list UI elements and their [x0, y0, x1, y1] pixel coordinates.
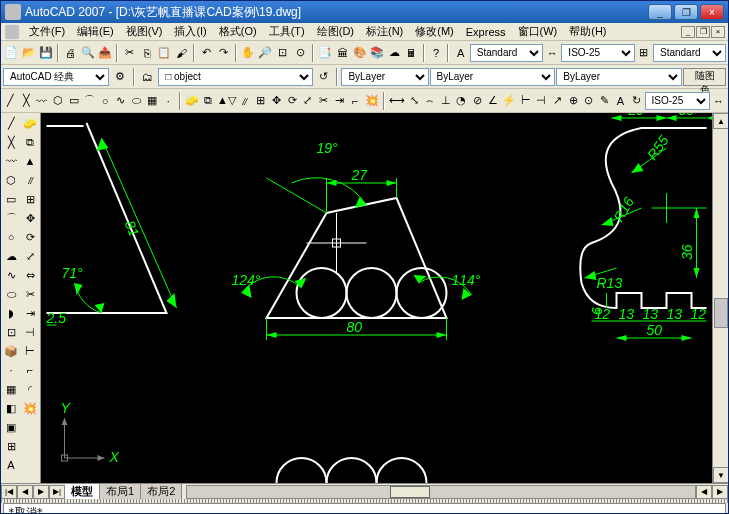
layer-dropdown[interactable]: □ object: [158, 68, 313, 86]
menu-tools[interactable]: 工具(T): [263, 23, 311, 40]
print-icon[interactable]: 🖨: [62, 43, 78, 63]
menu-view[interactable]: 视图(V): [120, 23, 169, 40]
toolpalette-icon[interactable]: 🎨: [351, 43, 367, 63]
menu-edit[interactable]: 编辑(E): [71, 23, 120, 40]
arc-tool-icon[interactable]: ⌒: [2, 209, 20, 227]
trim-icon[interactable]: ✂: [316, 91, 331, 111]
dim-leader-icon[interactable]: ↗: [550, 91, 565, 111]
cut-icon[interactable]: ✂: [121, 43, 137, 63]
xline-tool-icon[interactable]: ╳: [2, 133, 20, 151]
stretch-tool-icon[interactable]: ⇔: [21, 266, 39, 284]
bycolor-button[interactable]: 随图色: [683, 68, 726, 86]
point-tool-icon[interactable]: ·: [2, 361, 20, 379]
dim-aligned-icon[interactable]: ⤡: [407, 91, 422, 111]
menu-file[interactable]: 文件(F): [23, 23, 71, 40]
drawing-canvas[interactable]: 81 71° 2.5: [41, 113, 712, 483]
zoom-rt-icon[interactable]: 🔎: [257, 43, 273, 63]
arc-icon[interactable]: ⌒: [82, 91, 97, 111]
pan-icon[interactable]: ✋: [240, 43, 256, 63]
layer-prev-icon[interactable]: ↺: [314, 67, 333, 87]
matchprop-icon[interactable]: 🖌: [174, 43, 190, 63]
textstyle-icon[interactable]: A: [452, 43, 468, 63]
properties-icon[interactable]: 📑: [317, 43, 333, 63]
sheetset-icon[interactable]: 📚: [369, 43, 385, 63]
dim-edit-icon[interactable]: ✎: [597, 91, 612, 111]
menu-window[interactable]: 窗口(W): [512, 23, 564, 40]
copy-icon[interactable]: ⎘: [139, 43, 155, 63]
menu-insert[interactable]: 插入(I): [168, 23, 212, 40]
ellipse-tool-icon[interactable]: ⬭: [2, 285, 20, 303]
menu-draw[interactable]: 绘图(D): [311, 23, 360, 40]
dim-ord-icon[interactable]: ⊥: [438, 91, 453, 111]
horizontal-scrollbar[interactable]: [186, 485, 696, 499]
tab-nav-first[interactable]: |◀: [1, 485, 17, 499]
rotate-icon[interactable]: ⟳: [285, 91, 300, 111]
undo-icon[interactable]: ↶: [198, 43, 214, 63]
dim-tedit-icon[interactable]: A: [613, 91, 628, 111]
copy-tool-icon[interactable]: ⧉: [21, 133, 39, 151]
workspace-dropdown[interactable]: AutoCAD 经典: [3, 68, 109, 86]
minimize-button[interactable]: _: [648, 4, 672, 20]
scale-tool-icon[interactable]: ⤢: [21, 247, 39, 265]
erase-icon[interactable]: 🧽: [184, 91, 200, 111]
save-icon[interactable]: 💾: [38, 43, 54, 63]
extend-tool-icon[interactable]: ⇥: [21, 304, 39, 322]
pline-tool-icon[interactable]: 〰: [2, 152, 20, 170]
preview-icon[interactable]: 🔍: [80, 43, 96, 63]
chamfer-tool-icon[interactable]: ⌐: [21, 361, 39, 379]
vertical-scrollbar[interactable]: ▲ ▼: [712, 113, 728, 483]
break-tool-icon[interactable]: ⊣: [21, 323, 39, 341]
tab-nav-last[interactable]: ▶|: [49, 485, 65, 499]
scroll-down-icon[interactable]: ▼: [713, 467, 729, 483]
revcloud-tool-icon[interactable]: ☁: [2, 247, 20, 265]
tablestyle-icon[interactable]: ⊞: [636, 43, 652, 63]
dim-style-btn-icon[interactable]: ↔: [711, 91, 726, 111]
scroll-thumb-v[interactable]: [714, 298, 728, 328]
circle-icon[interactable]: ○: [98, 91, 113, 111]
ellipse-icon[interactable]: ⬭: [129, 91, 144, 111]
redo-icon[interactable]: ↷: [215, 43, 231, 63]
open-icon[interactable]: 📂: [20, 43, 36, 63]
hscroll-right-icon[interactable]: ▶: [712, 485, 728, 499]
dim-tol-icon[interactable]: ⊕: [566, 91, 581, 111]
tablestyle-dropdown[interactable]: Standard: [653, 44, 726, 62]
menu-modify[interactable]: 修改(M): [409, 23, 460, 40]
dim-rad-icon[interactable]: ◔: [454, 91, 469, 111]
hatch-tool-icon[interactable]: ▦: [2, 380, 20, 398]
dim-arc-icon[interactable]: ⌢: [422, 91, 437, 111]
publish-icon[interactable]: 📤: [97, 43, 113, 63]
offset-tool-icon[interactable]: ⫽: [21, 171, 39, 189]
color-dropdown[interactable]: ByLayer: [341, 68, 428, 86]
menu-dim[interactable]: 标注(N): [360, 23, 409, 40]
menu-format[interactable]: 格式(O): [213, 23, 263, 40]
mdi-minimize[interactable]: _: [681, 26, 695, 38]
makeblock-tool-icon[interactable]: 📦: [2, 342, 20, 360]
move-icon[interactable]: ✥: [269, 91, 284, 111]
offset-icon[interactable]: ⫽: [237, 91, 252, 111]
rect-icon[interactable]: ▭: [66, 91, 81, 111]
dim-center-icon[interactable]: ⊙: [581, 91, 596, 111]
scroll-up-icon[interactable]: ▲: [713, 113, 729, 129]
dim-linear-icon[interactable]: ⟷: [388, 91, 406, 111]
explode-tool-icon[interactable]: 💥: [21, 399, 39, 417]
layer-mgr-icon[interactable]: 🗂: [138, 67, 157, 87]
table-tool-icon[interactable]: ⊞: [2, 437, 20, 455]
explode-icon[interactable]: 💥: [364, 91, 380, 111]
spline-tool-icon[interactable]: ∿: [2, 266, 20, 284]
dimstyle-icon[interactable]: ↔: [544, 43, 560, 63]
dim-cont-icon[interactable]: ⊣: [534, 91, 549, 111]
tab-layout1[interactable]: 布局1: [100, 484, 141, 499]
move-tool-icon[interactable]: ✥: [21, 209, 39, 227]
dim-ang-icon[interactable]: ∠: [486, 91, 501, 111]
polygon-icon[interactable]: ⬡: [50, 91, 65, 111]
mirror-tool-icon[interactable]: ▲: [21, 152, 39, 170]
textstyle-dropdown[interactable]: Standard: [470, 44, 543, 62]
zoom-win-icon[interactable]: ⊡: [275, 43, 291, 63]
fillet-icon[interactable]: ⌐: [348, 91, 363, 111]
copyobj-icon[interactable]: ⧉: [201, 91, 216, 111]
gradient-tool-icon[interactable]: ◧: [2, 399, 20, 417]
pline-icon[interactable]: 〰: [35, 91, 50, 111]
extend-icon[interactable]: ⇥: [332, 91, 347, 111]
scale-icon[interactable]: ⤢: [301, 91, 316, 111]
fillet-tool-icon[interactable]: ◜: [21, 380, 39, 398]
